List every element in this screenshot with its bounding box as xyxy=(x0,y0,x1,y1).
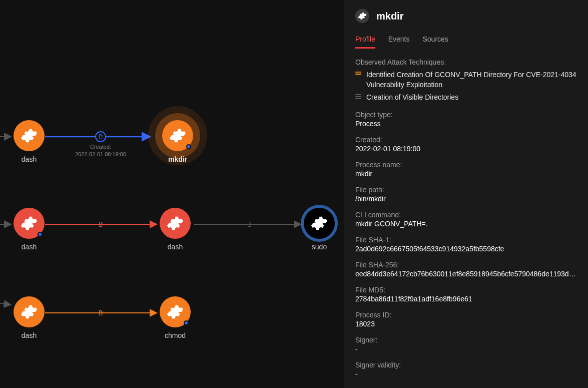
tab-sources[interactable]: Sources xyxy=(423,35,448,49)
field-sha1: File SHA-1: 2ad0d692c6667505f64533c91493… xyxy=(355,236,577,253)
observed-techniques-header: Observed Attack Techniques: xyxy=(355,58,577,66)
node-label: dash xyxy=(14,331,45,339)
gear-icon xyxy=(21,127,38,144)
gear-icon xyxy=(167,303,184,320)
node-chmod[interactable]: chmod xyxy=(160,296,191,339)
svg-line-2 xyxy=(0,302,11,305)
tab-events[interactable]: Events xyxy=(388,35,410,49)
panel-tabs: Profile Events Sources xyxy=(355,35,577,49)
gear-icon xyxy=(21,303,38,320)
node-label: dash xyxy=(14,243,45,251)
status-dot xyxy=(186,144,191,149)
tab-profile[interactable]: Profile xyxy=(355,35,375,49)
technique-text: Identified Creation Of GCONV_PATH Direct… xyxy=(366,70,577,90)
field-md5: File MD5: 2784ba86d11f82f9a1adf16e8fb96e… xyxy=(355,286,577,303)
field-object-type: Object type: Process xyxy=(355,111,577,128)
field-process-id: Process ID: 18023 xyxy=(355,311,577,328)
technique-text: Creation of Visible Directories xyxy=(366,93,458,103)
node-dash-4[interactable]: dash xyxy=(14,296,45,339)
node-label: mkdir xyxy=(162,155,193,163)
node-dash-2[interactable]: dash xyxy=(14,208,45,251)
node-dash-1[interactable]: dash xyxy=(14,120,45,163)
details-panel: mkdir Profile Events Sources Observed At… xyxy=(344,0,588,388)
panel-icon xyxy=(355,9,369,23)
field-signer: Signer: - xyxy=(355,336,577,353)
node-dash-3[interactable]: dash xyxy=(160,208,191,251)
gear-icon xyxy=(311,215,328,232)
status-dot xyxy=(38,232,43,237)
gear-icon xyxy=(21,215,38,232)
severity-icon xyxy=(355,72,361,75)
gear-icon xyxy=(169,127,186,144)
node-label: chmod xyxy=(160,331,191,339)
edge-label: Created: 2022-02-01 08:19:00 xyxy=(75,143,126,158)
field-signer-validity: Signer validity: - xyxy=(355,361,577,378)
process-graph[interactable]: Created: 2022-02-01 08:19:00 dash mkdir … xyxy=(0,0,344,388)
gear-icon xyxy=(167,215,184,232)
technique-item[interactable]: Identified Creation Of GCONV_PATH Direct… xyxy=(355,70,577,90)
field-file-path: File path: /bin/mkdir xyxy=(355,186,577,203)
technique-item[interactable]: Creation of Visible Directories xyxy=(355,93,577,103)
gear-icon xyxy=(358,12,367,21)
field-process-name: Process name: mkdir xyxy=(355,161,577,178)
status-dot xyxy=(184,320,189,325)
field-cli-command: CLI command: mkdir GCONV_PATH=. xyxy=(355,211,577,228)
node-label: dash xyxy=(160,243,191,251)
severity-icon xyxy=(355,94,361,99)
node-label: sudo xyxy=(304,243,335,251)
node-sudo[interactable]: sudo xyxy=(304,208,335,251)
panel-title: mkdir xyxy=(376,11,403,22)
node-label: dash xyxy=(14,155,45,163)
node-mkdir[interactable]: mkdir xyxy=(162,120,193,163)
svg-point-4 xyxy=(96,132,106,142)
field-sha256: File SHA-256: eed84dd3e64172cb76b630011e… xyxy=(355,261,577,278)
field-created: Created: 2022-02-01 08:19:00 xyxy=(355,136,577,153)
